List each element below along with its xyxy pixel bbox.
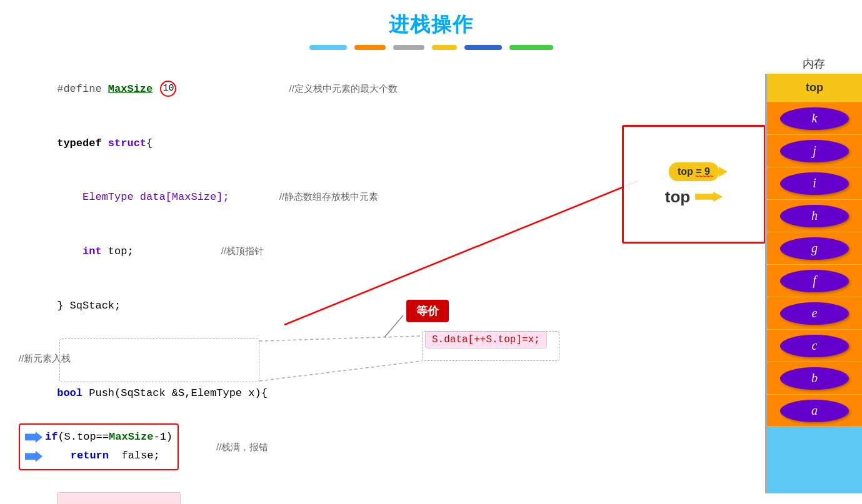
stack-container: top k j i h g f e [765,74,862,493]
stack-cell-k: k [767,102,862,135]
space [153,83,159,95]
code-line-stop: S.top = S.top + 1; S.data[S.top]=x; //指针… [19,474,843,504]
stack-cell-j: j [767,135,862,167]
bar-seg-5 [464,45,502,50]
comment-if: //栈满，报错 [216,439,268,455]
stack-oval-k: k [780,107,849,130]
stack-cell-g: g [767,232,862,265]
kw-int: int [57,245,101,257]
kw-elemtype: ElemType data[MaxSize]; [57,191,229,203]
dengja-button[interactable]: 等价 [406,300,449,322]
kw-number: 10 [160,81,176,97]
stack-cell-e: e [767,297,862,330]
if-inner-line2: return false; [25,447,173,465]
stack-top-cell: top [767,74,862,102]
comment-define: //定义栈中元素的最大个数 [289,83,397,94]
code-line-define: #define MaxSize 10//定义栈中元素的最大个数 [19,62,843,117]
tooltip-bubble: top = 9 ~~~~~ [669,162,719,181]
comment-elemtype: //静态数组存放栈中元素 [279,191,378,202]
bar-seg-1 [309,45,347,50]
if-code: if(S.top==MaxSize-1) [45,428,173,447]
close-struct: } SqStack; [57,300,121,312]
bar-seg-2 [354,45,386,50]
main-content: #define MaxSize 10//定义栈中元素的最大个数 typedef … [0,56,862,493]
stack-oval-i: i [780,172,849,195]
code-line-push: bool Push(SqStack &S,ElemType x){ [19,367,843,421]
top-label-row: top [665,187,723,207]
if-highlight-box: if(S.top==MaxSize-1) return false; [19,423,179,471]
stack-oval-h: h [780,205,849,227]
stack-oval-f: f [780,270,849,292]
memory-area: 内存 top k j i h g f [765,56,862,493]
stack-cell-h: h [767,200,862,232]
arrow-icon-2 [25,451,43,462]
comment-new-elem: //新元素入栈 [19,350,843,367]
stack-top-label: top [806,81,823,94]
pink-code-box: S.top = S.top + 1; S.data[S.top]=x; [57,492,181,504]
brace-open: { [146,137,153,149]
top-var: top; [102,245,134,257]
push-sig: Push(SqStack &S,ElemType x){ [83,387,268,399]
top-arrow [695,192,723,202]
bubble-tail [719,167,728,177]
stack-cell-f: f [767,265,862,297]
arrow-icon-1 [25,432,43,443]
stack-oval-j: j [780,140,849,162]
stack-diagram-box: top = 9 ~~~~~ top [622,125,766,244]
code-line-if: if(S.top==MaxSize-1) return false; //栈满，… [19,423,843,471]
stack-cell-i: i [767,167,862,200]
top-label: top [665,187,690,207]
stack-cell-b: b [767,362,862,395]
bar-seg-6 [509,45,553,50]
stack-oval-e: e [780,302,849,325]
stack-cell-a: a [767,395,862,427]
code-area: #define MaxSize 10//定义栈中元素的最大个数 typedef … [0,56,862,493]
stack-bottom [767,427,862,458]
stack-oval-c: c [780,335,849,357]
kw-bool: bool [57,387,83,399]
kw-struct: struct [108,137,146,149]
comment-top: //栈顶指针 [221,245,264,256]
bar-seg-3 [393,45,424,50]
stack-oval-g: g [780,237,849,260]
if-inner-line1: if(S.top==MaxSize-1) [25,428,173,447]
kw-maxsize: MaxSize [108,83,153,95]
bar-seg-4 [432,45,457,50]
kw-define: #define [57,83,108,95]
page-title: 进栈操作 [0,0,862,39]
memory-label: 内存 [765,56,862,71]
equiv-code-box: S.data[++S.top]=x; [425,331,547,348]
color-bar [0,45,862,50]
stack-cell-c: c [767,330,862,362]
kw-typedef: typedef [57,137,108,149]
stack-oval-a: a [780,400,849,422]
stack-oval-b: b [780,367,849,390]
return-false-code: return false; [45,447,160,465]
